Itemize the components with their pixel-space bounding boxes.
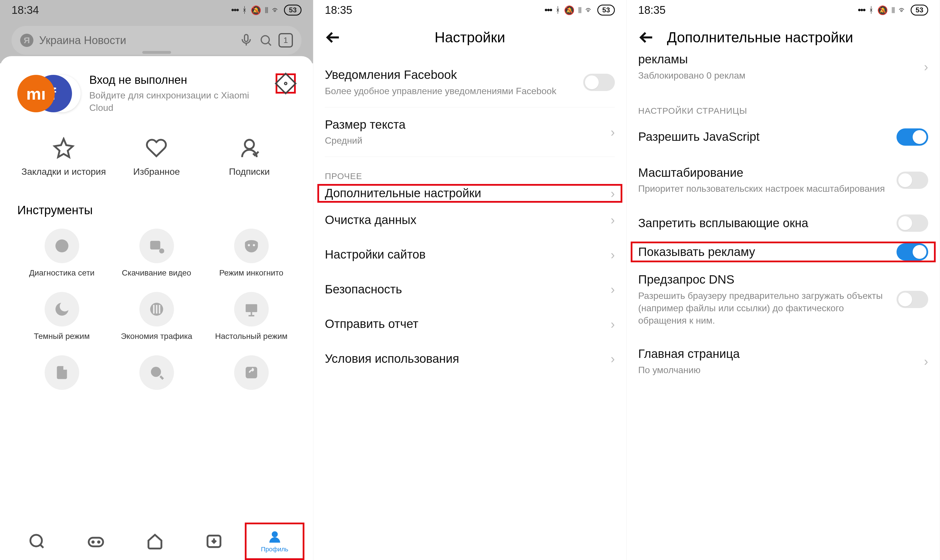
tab-profile[interactable]: Профиль — [245, 523, 305, 560]
row-send-report[interactable]: Отправить отчет › — [325, 307, 615, 342]
arrow-left-icon — [325, 29, 342, 46]
row-clear-data[interactable]: Очистка данных › — [325, 203, 615, 237]
tool-search-page[interactable] — [112, 355, 201, 395]
chevron-right-icon: › — [611, 213, 615, 227]
tab-profile-label: Профиль — [261, 546, 288, 553]
row-ad-block[interactable]: рекламыЗаблокировано 0 реклам › — [638, 52, 928, 92]
svg-point-7 — [253, 244, 255, 246]
yandex-logo-icon: Я — [20, 34, 34, 47]
more-icon: ••• — [545, 5, 552, 15]
tool-diagnostics-label: Диагностика сети — [17, 268, 106, 278]
tool-files[interactable] — [17, 355, 106, 395]
row-additional-settings[interactable]: Дополнительные настройки › — [317, 184, 622, 203]
row-facebook-notifications[interactable]: Уведомления FacebookБолее удобное управл… — [325, 58, 615, 108]
toggle-popup[interactable] — [897, 214, 928, 232]
title-bar: Настройки — [313, 20, 626, 58]
home-title: Главная страница — [638, 346, 915, 362]
star-icon — [53, 137, 75, 159]
tab-search[interactable] — [9, 533, 65, 550]
search-icon[interactable] — [259, 34, 273, 47]
svg-point-15 — [98, 541, 99, 543]
settings-button[interactable] — [275, 74, 296, 94]
bookmarks-label: Закладки и история — [17, 166, 110, 177]
status-icons-group: ••• ᚼ 🔕 ⫴ ᯤ 53 — [545, 5, 615, 15]
more-icon: ••• — [231, 5, 239, 15]
search-bar[interactable]: Я Украина Новости 1 — [12, 26, 302, 55]
tab-home[interactable] — [127, 533, 183, 550]
tabs-count[interactable]: 1 — [278, 33, 293, 48]
login-prompt-row[interactable]: f mı Вход не выполнен Войдите для синхро… — [17, 62, 296, 126]
profile-sheet: f mı Вход не выполнен Войдите для синхро… — [0, 56, 313, 406]
search-placeholder: Украина Новости — [39, 34, 234, 47]
mic-icon[interactable] — [239, 34, 253, 47]
tools-grid: Диагностика сети Скачивание видео Режим … — [17, 229, 296, 406]
home-icon — [146, 533, 163, 550]
toggle-facebook[interactable] — [583, 74, 615, 91]
zoom-title: Масштабирование — [638, 165, 888, 180]
section-page-settings: НАСТРОЙКИ СТРАНИЦЫ — [638, 92, 928, 118]
mask-icon — [243, 237, 260, 254]
tool-download-video[interactable]: Скачивание видео — [112, 229, 201, 278]
gauge-icon — [53, 237, 71, 254]
home-sub: По умолчанию — [638, 364, 915, 376]
report-title: Отправить отчет — [325, 317, 602, 332]
toggle-show-ads[interactable] — [897, 243, 928, 260]
svg-point-6 — [248, 244, 250, 246]
svg-point-10 — [151, 367, 161, 377]
back-button[interactable] — [325, 29, 342, 46]
chevron-right-icon: › — [924, 60, 928, 74]
svg-rect-4 — [150, 241, 160, 250]
wifi-icon: ᯤ — [272, 5, 280, 15]
row-homepage[interactable]: Главная страницаПо умолчанию › — [638, 337, 928, 386]
svg-point-14 — [92, 541, 94, 543]
svg-point-1 — [261, 36, 269, 44]
mute-icon: 🔕 — [251, 5, 261, 15]
svg-rect-9 — [246, 304, 257, 312]
textsize-value: Средний — [325, 134, 602, 147]
chevron-right-icon: › — [611, 352, 615, 366]
subscriptions-button[interactable]: Подписки — [203, 137, 296, 177]
row-javascript[interactable]: Разрешить JavaScript — [638, 118, 928, 155]
tool-data-saver[interactable]: Экономия трафика — [112, 292, 201, 341]
toggle-zoom[interactable] — [897, 172, 928, 189]
screen1-dimmed-bg: 18:34 ••• ᚼ 🔕 ⫴ ᯤ 53 Я Украина Новости 1 — [0, 0, 313, 63]
gear-icon — [275, 72, 297, 94]
bookmarks-history-button[interactable]: Закладки и история — [17, 137, 110, 177]
tool-incognito[interactable]: Режим инкогнито — [207, 229, 296, 278]
tools-header: Инструменты — [17, 195, 296, 229]
js-title: Разрешить JavaScript — [638, 129, 888, 145]
sheet-grab-handle[interactable] — [142, 51, 171, 54]
favorites-button[interactable]: Избранное — [110, 137, 203, 177]
popup-title: Запретить всплывающие окна — [638, 215, 888, 231]
login-subtitle: Войдите для синхронизации с Xiaomi Cloud — [89, 89, 267, 114]
tool-diagnostics[interactable]: Диагностика сети — [17, 229, 106, 278]
row-dns-prefetch[interactable]: Предзапрос DNSРазрешить браузеру предвар… — [638, 262, 928, 337]
desktop-icon — [243, 301, 260, 318]
row-site-settings[interactable]: Настройки сайтов › — [325, 237, 615, 272]
subscriptions-label: Подписки — [203, 166, 296, 177]
search-page-icon — [148, 364, 165, 381]
settings-list: рекламыЗаблокировано 0 реклам › НАСТРОЙК… — [627, 52, 940, 386]
chevron-right-icon: › — [611, 248, 615, 262]
favorites-label: Избранное — [110, 166, 203, 177]
tool-dark-mode[interactable]: Темный режим — [17, 292, 106, 341]
row-zoom[interactable]: МасштабированиеПриоритет пользовательски… — [638, 155, 928, 205]
row-terms[interactable]: Условия использования › — [325, 342, 615, 376]
tool-desktop-mode[interactable]: Настольный режим — [207, 292, 296, 341]
section-other: ПРОЧЕЕ — [325, 157, 615, 184]
row-show-ads[interactable]: Показывать рекламу — [631, 242, 936, 262]
tab-downloads[interactable] — [186, 533, 242, 550]
back-button[interactable] — [638, 29, 655, 46]
row-security[interactable]: Безопасность › — [325, 272, 615, 307]
tab-games[interactable] — [68, 533, 124, 550]
settings-list: Уведомления FacebookБолее удобное управл… — [313, 58, 626, 376]
toggle-dns[interactable] — [897, 291, 928, 308]
tool-share[interactable] — [207, 355, 296, 395]
toggle-javascript[interactable] — [897, 128, 928, 146]
row-block-popups[interactable]: Запретить всплывающие окна — [638, 205, 928, 242]
svg-point-12 — [30, 535, 42, 546]
adblock-sub: Заблокировано 0 реклам — [638, 69, 915, 82]
dns-title: Предзапрос DNS — [638, 272, 888, 287]
row-text-size[interactable]: Размер текстаСредний › — [325, 108, 615, 157]
security-title: Безопасность — [325, 282, 602, 297]
